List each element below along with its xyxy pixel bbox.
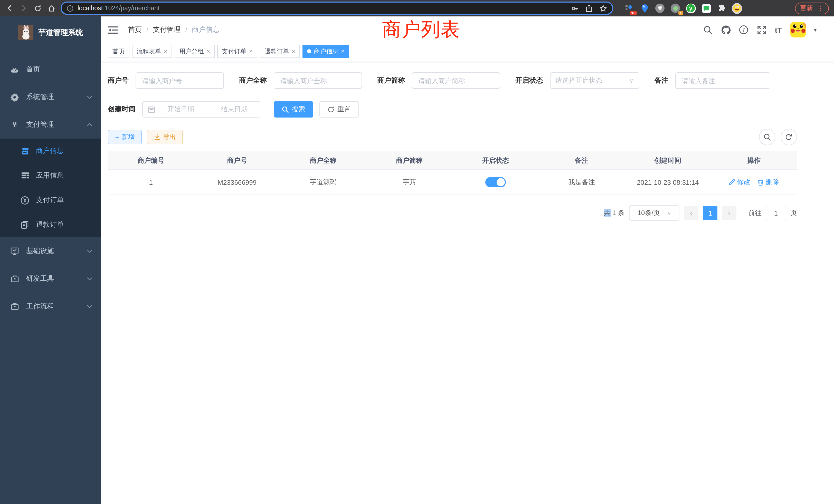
merchant-no-label: 商户号 — [108, 76, 129, 85]
tab-home[interactable]: 首页 — [108, 45, 129, 58]
delete-link[interactable]: 删除 — [758, 178, 779, 187]
add-button[interactable]: + 新增 — [108, 130, 142, 144]
date-start-placeholder: 开始日期 — [160, 105, 201, 114]
bookmark-star-icon[interactable] — [599, 4, 607, 12]
refresh-button[interactable] — [781, 129, 797, 145]
header-search-icon[interactable] — [703, 25, 713, 35]
browser-reload-icon[interactable] — [33, 4, 42, 13]
site-info-icon[interactable] — [67, 5, 73, 12]
document-copy-icon — [21, 221, 29, 229]
font-size-icon[interactable]: tT — [775, 25, 782, 34]
svg-text:?: ? — [742, 27, 745, 33]
briefcase-icon — [10, 274, 19, 283]
close-icon[interactable]: × — [292, 48, 295, 55]
browser-back-icon[interactable] — [5, 4, 14, 13]
breadcrumb: 首页 / 支付管理 / 商户信息 — [128, 25, 220, 35]
sidebar-item-merchant-info[interactable]: 商户信息 — [0, 139, 101, 163]
help-icon[interactable]: ? — [739, 25, 749, 35]
reset-button[interactable]: 重置 — [320, 101, 359, 117]
tab-process-form[interactable]: 流程表单 × — [132, 45, 172, 58]
prev-page-button[interactable]: ‹ — [684, 206, 698, 220]
status-select[interactable]: 请选择开启状态 ∨ — [550, 72, 639, 89]
cell-full-name: 芋道源码 — [280, 170, 367, 194]
profile-emoji-icon[interactable] — [732, 3, 742, 13]
remark-input[interactable] — [675, 72, 770, 89]
share-icon[interactable] — [586, 4, 593, 12]
tab-user-group[interactable]: 用户分组 × — [175, 45, 215, 58]
sidebar-item-home[interactable]: 首页 — [0, 55, 101, 83]
table-header-row: 商户编号 商户号 商户全称 商户简称 开启状态 备注 创建时间 操作 — [108, 152, 797, 170]
date-range-picker[interactable]: 开始日期 - 结束日期 — [142, 101, 260, 117]
sidebar-item-label: 支付管理 — [26, 120, 54, 129]
briefcase-icon — [10, 302, 19, 311]
browser-update-button[interactable]: 更新 ⋮ — [795, 2, 829, 14]
command-extension-icon[interactable]: ⌘ — [655, 3, 665, 13]
sidebar-item-pay-order[interactable]: 支付订单 — [0, 188, 101, 212]
close-icon[interactable]: × — [341, 48, 345, 55]
fullscreen-icon[interactable] — [757, 25, 767, 35]
sidebar-item-workflow[interactable]: 工作流程 — [0, 293, 101, 320]
next-page-button[interactable]: › — [722, 206, 737, 220]
tab-refund-order[interactable]: 退款订单 × — [260, 45, 300, 58]
edit-link[interactable]: 修改 — [729, 178, 750, 187]
close-icon[interactable]: × — [249, 48, 253, 55]
avatar-caret-icon[interactable]: ▾ — [814, 27, 816, 32]
github-icon[interactable] — [721, 25, 731, 35]
close-icon[interactable]: × — [164, 48, 168, 55]
sidebar-item-refund-order[interactable]: 退款订单 — [0, 212, 101, 237]
sidebar-collapse-icon[interactable] — [108, 25, 117, 35]
short-name-input[interactable] — [412, 72, 500, 89]
sidebar-item-label: 基础设施 — [26, 246, 54, 256]
app-logo[interactable]: 芋道管理系统 — [0, 17, 101, 48]
merchant-no-input[interactable] — [135, 72, 224, 89]
browser-menu-icon[interactable]: ⋮ — [817, 5, 824, 11]
sidebar-item-label: 首页 — [26, 65, 40, 74]
browser-home-icon[interactable] — [47, 4, 56, 13]
calendar-icon — [148, 106, 155, 113]
sidebar-item-infrastructure[interactable]: 基础设施 — [0, 237, 101, 265]
page-size-select[interactable]: 10条/页 ∨ — [629, 205, 679, 221]
toggle-search-button[interactable] — [759, 129, 775, 145]
short-name-label: 商户简称 — [377, 76, 405, 85]
sidebar-item-system[interactable]: 系统管理 — [0, 83, 101, 111]
pencil-icon — [729, 179, 735, 185]
cell-remark: 我是备注 — [539, 170, 625, 194]
breadcrumb-payment[interactable]: 支付管理 — [153, 25, 181, 35]
page-suffix-label: 页 — [790, 208, 797, 217]
search-button[interactable]: 搜索 — [274, 101, 313, 117]
payment-submenu: 商户信息 应用信息 支付订单 — [0, 139, 101, 237]
address-bar[interactable]: localhost:1024/pay/merchant — [61, 2, 613, 15]
trash-icon — [758, 179, 764, 186]
status-dot-extension-icon[interactable]: 1 — [670, 3, 680, 13]
yudao-extension-icon[interactable]: y — [686, 3, 696, 13]
close-icon[interactable]: × — [206, 48, 210, 55]
chat-extension-icon[interactable] — [701, 3, 711, 13]
url-text[interactable]: localhost:1024/pay/merchant — [78, 5, 160, 12]
extensions-puzzle-icon[interactable] — [717, 3, 727, 13]
chevron-up-icon — [87, 123, 92, 127]
full-name-input[interactable] — [273, 72, 362, 89]
tab-merchant-info-active[interactable]: 商户信息 × — [303, 45, 349, 58]
breadcrumb-home[interactable]: 首页 — [128, 25, 142, 35]
sidebar: 芋道管理系统 首页 系统管理 — [0, 17, 101, 504]
sidebar-item-label: 应用信息 — [36, 171, 64, 180]
status-toggle[interactable] — [485, 177, 506, 187]
sidebar-item-payment[interactable]: ¥ 支付管理 — [0, 111, 101, 139]
page-number-1[interactable]: 1 — [703, 206, 718, 220]
store-icon — [21, 146, 29, 155]
export-button[interactable]: 导出 — [147, 130, 183, 144]
tab-pay-order[interactable]: 支付订单 × — [217, 45, 257, 58]
pin-drop-extension-icon[interactable] — [639, 3, 650, 13]
sidebar-item-label: 退款订单 — [36, 220, 64, 229]
date-end-placeholder: 结束日期 — [214, 105, 255, 114]
sidebar-item-app-info[interactable]: 应用信息 — [0, 163, 101, 188]
chevron-down-icon — [87, 95, 92, 99]
remark-label: 备注 — [655, 76, 668, 85]
user-avatar[interactable] — [790, 22, 806, 38]
browser-forward-icon[interactable] — [19, 4, 28, 13]
goto-page-input[interactable] — [766, 206, 786, 220]
sidebar-item-dev-tools[interactable]: 研发工具 — [0, 265, 101, 293]
pinned-extension-icon[interactable]: 10 — [624, 3, 634, 13]
password-key-icon[interactable] — [571, 4, 579, 12]
chevron-down-icon — [87, 277, 92, 280]
